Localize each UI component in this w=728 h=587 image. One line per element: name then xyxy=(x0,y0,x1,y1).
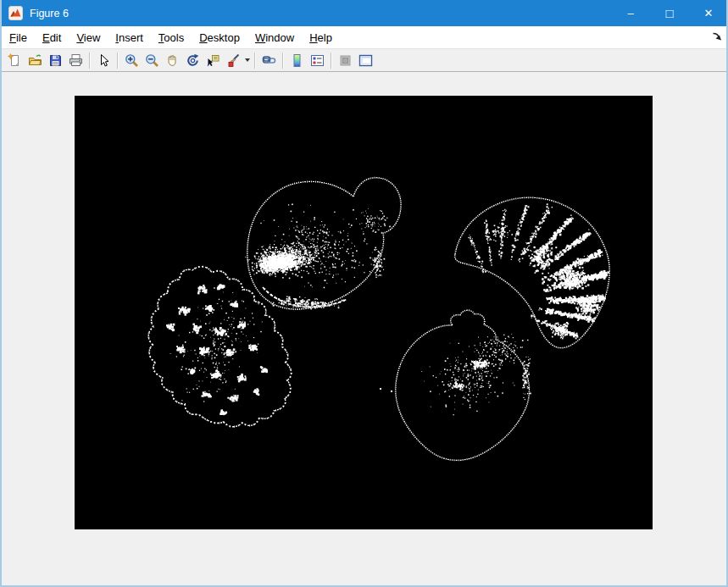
open-file-button[interactable] xyxy=(25,51,45,70)
menu-tools[interactable]: Tools xyxy=(151,27,192,48)
figure-content-area xyxy=(2,72,726,585)
insert-legend-button[interactable] xyxy=(308,51,327,70)
rotate-3d-button[interactable] xyxy=(183,51,203,70)
rotate-3d-icon xyxy=(186,53,200,68)
menu-edit[interactable]: Edit xyxy=(35,27,69,48)
title-bar: Figure 6 – □ ✕ xyxy=(0,0,728,26)
matlab-logo-icon xyxy=(8,6,23,20)
window-title: Figure 6 xyxy=(30,8,611,19)
menu-help[interactable]: Help xyxy=(302,27,340,48)
show-plot-tools-icon xyxy=(358,53,373,68)
toolbar-separator xyxy=(117,53,118,69)
menu-view[interactable]: View xyxy=(69,27,108,48)
zoom-in-icon xyxy=(125,53,139,68)
brush-icon xyxy=(226,53,241,68)
hide-plot-tools-button[interactable] xyxy=(336,51,355,70)
window-controls: – □ ✕ xyxy=(611,0,728,26)
menu-bar: File Edit View Insert Tools Desktop Wind… xyxy=(2,26,726,49)
toolbar-separator xyxy=(331,53,331,69)
pan-button[interactable] xyxy=(163,51,182,70)
toolbar-separator xyxy=(89,53,90,69)
edit-plot-button[interactable] xyxy=(94,51,114,70)
close-button[interactable]: ✕ xyxy=(689,0,728,26)
data-cursor-button[interactable] xyxy=(203,51,223,70)
toolbar-separator xyxy=(282,53,283,69)
new-figure-icon xyxy=(8,53,22,68)
menu-insert[interactable]: Insert xyxy=(108,27,151,48)
menu-desktop[interactable]: Desktop xyxy=(192,27,247,48)
pan-hand-icon xyxy=(165,53,180,68)
toolbar-separator xyxy=(254,53,255,69)
open-folder-icon xyxy=(28,53,42,68)
printer-icon xyxy=(69,53,83,68)
show-plot-tools-button[interactable] xyxy=(356,51,375,70)
pointer-arrow-icon xyxy=(97,53,111,68)
save-figure-button[interactable] xyxy=(46,51,65,70)
minimize-button[interactable]: – xyxy=(611,0,650,26)
save-icon xyxy=(48,53,63,68)
maximize-button[interactable]: □ xyxy=(650,0,689,26)
zoom-out-icon xyxy=(145,53,159,68)
zoom-in-button[interactable] xyxy=(122,51,142,70)
hide-plot-tools-icon xyxy=(338,53,353,68)
figure-window: { "window": { "title": "Figure 6", "app_… xyxy=(0,0,728,587)
colorbar-icon xyxy=(290,53,304,68)
print-figure-button[interactable] xyxy=(66,51,86,70)
link-plot-button[interactable] xyxy=(259,51,279,70)
data-cursor-icon xyxy=(206,53,220,68)
link-chain-icon xyxy=(262,53,276,68)
dock-figure-arrow-icon[interactable] xyxy=(711,30,723,42)
menu-file[interactable]: File xyxy=(2,27,35,48)
zoom-out-button[interactable] xyxy=(142,51,162,70)
brush-data-button[interactable] xyxy=(224,51,243,70)
brush-dropdown-button[interactable] xyxy=(243,51,251,70)
figure-image-canvas xyxy=(75,96,653,529)
figure-toolbar xyxy=(2,49,726,72)
insert-colorbar-button[interactable] xyxy=(287,51,307,70)
menu-window[interactable]: Window xyxy=(247,27,302,48)
new-figure-button[interactable] xyxy=(5,51,25,70)
caret-down-icon xyxy=(245,58,250,62)
legend-icon xyxy=(310,53,325,68)
